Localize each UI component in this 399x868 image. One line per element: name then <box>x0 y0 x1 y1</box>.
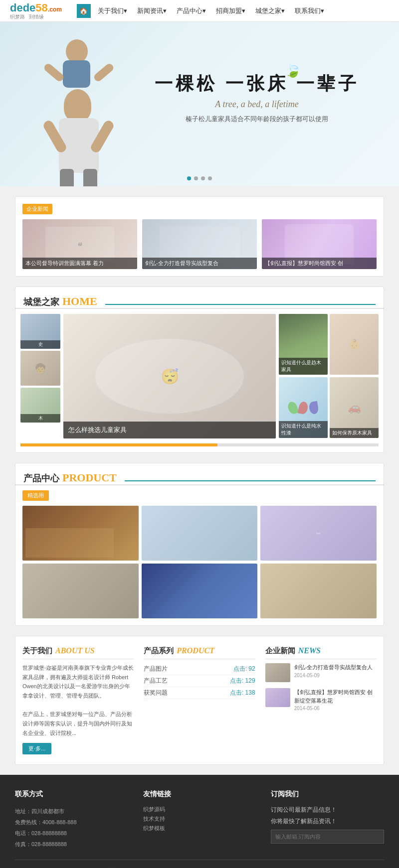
home-right-caption-3: 识知道什么是纯水性漆 <box>279 421 328 438</box>
footer-contact-col: 联系方式 地址：四川成都都市 免费热线：4008-888-888 电话：028-… <box>15 790 128 850</box>
home-left-item-1[interactable]: 史 <box>20 314 60 349</box>
product-title-line <box>125 480 376 481</box>
castle-home-title-en: HOME <box>62 295 97 308</box>
prod-item-name-1: 产品图片 <box>144 665 168 673</box>
hero-banner: 🍃 一棵松 一张床 一辈子 A tree, a bed, a lifetime … <box>0 22 399 186</box>
nav-item-join[interactable]: 招商加盟▾ <box>211 0 250 22</box>
footer-contact-hotline: 免费热线：4008-888-888 <box>15 817 128 828</box>
castle-home-section: 城堡之家 HOME 史 🧒 木 😴 怎么样挑选儿童家具 <box>15 287 384 453</box>
product-item-1[interactable] <box>22 506 139 561</box>
product-item-2[interactable] <box>142 506 258 561</box>
about-us-more-btn[interactable]: 更·多... <box>22 743 51 754</box>
product-center-section: 产品中心 PRODUCT 精选用 🛏 <box>15 463 384 626</box>
home-content-grid: 史 🧒 木 😴 怎么样挑选儿童家具 识知道什么是趋木家具 👶 <box>15 309 384 443</box>
prod-list-item-1[interactable]: 产品图片 点击: 92 <box>144 663 255 675</box>
footer-contact-fax: 传真：028-88888888 <box>15 839 128 850</box>
hero-illustration <box>10 29 170 184</box>
product-label: 精选用 <box>22 490 49 501</box>
hero-dot-3[interactable] <box>201 176 205 180</box>
product-series-title: 产品系列 PRODUCT <box>144 646 255 659</box>
enterprise-news-thumb-1 <box>265 663 290 682</box>
prod-list-item-3[interactable]: 获奖问题 点击: 138 <box>144 687 255 699</box>
home-right-item-2[interactable]: 👶 <box>330 314 379 375</box>
enterprise-news-item-2[interactable]: 【剑弘直报】慧罗时尚馆西安 创新绽空落幕生花 2014-05-06 <box>265 688 377 711</box>
prod-item-count-1: 点击: 92 <box>233 665 255 673</box>
footer-subscribe-title: 订阅我们 <box>271 790 384 799</box>
home-progress-bar[interactable] <box>20 443 379 446</box>
castle-home-title-bar: 城堡之家 HOME <box>15 287 384 309</box>
hero-text-block: 一棵松 一张床 一辈子 A tree, a bed, a lifetime 榛子… <box>155 72 359 124</box>
footer: 联系方式 地址：四川成都都市 免费热线：4008-888-888 电话：028-… <box>0 775 399 868</box>
footer-contact-address: 地址：四川成都都市 <box>15 806 128 817</box>
hero-dot-1[interactable] <box>187 176 191 180</box>
about-us-title: 关于我们 ABOUT US <box>22 646 134 659</box>
home-left-col: 史 🧒 木 <box>20 314 60 438</box>
home-left-item-2[interactable]: 🧒 <box>20 351 60 386</box>
home-right-item-4[interactable]: 🚗 如何保养原木家具 <box>330 377 379 438</box>
about-us-text: 世罗城堡·迩鉴是河南美泰旗下专业青少年成长家具品牌，拥有遍及大师提名设计师 Ro… <box>22 663 134 738</box>
footer-subscribe-text-1: 订阅公司最新产品信息！ <box>271 806 384 814</box>
enterprise-news-title: 企业新闻 NEWS <box>265 646 377 659</box>
about-us-title-zh: 关于我们 <box>22 646 52 656</box>
home-right-grid: 识知道什么是趋木家具 👶 识知道什么是纯水性漆 🚗 如何保养原木家具 <box>279 314 379 438</box>
enterprise-news-item-1-content: 剑弘-全力打造督导实战型复合人 2014-05-09 <box>294 663 373 682</box>
home-right-item-1[interactable]: 识知道什么是趋木家具 <box>279 314 328 375</box>
footer-links-title: 友情链接 <box>143 790 256 799</box>
footer-links-col: 友情链接 织梦源码 技术支持 织梦模板 <box>143 790 256 850</box>
footer-link-2[interactable]: 技术支持 <box>143 815 256 823</box>
news-card-caption-2: 剑弘-全力打造督导实战型复合 <box>142 258 257 269</box>
prod-item-count-2: 点击: 129 <box>230 677 255 685</box>
enterprise-news-item-1[interactable]: 剑弘-全力打造督导实战型复合人 2014-05-09 <box>265 663 377 682</box>
footer-link-1[interactable]: 织梦源码 <box>143 806 256 813</box>
home-right-item-3[interactable]: 识知道什么是纯水性漆 <box>279 377 328 438</box>
news-grid: 👨‍👩‍👧 本公司督导特训营圆满落幕 着力 剑弘-全力打造督导实战型复合 【剑弘… <box>15 219 384 276</box>
home-center-big[interactable]: 😴 怎么样挑选儿童家具 <box>63 314 276 438</box>
nav-item-product[interactable]: 产品中心▾ <box>172 0 211 22</box>
prod-item-name-3: 获奖问题 <box>144 689 168 697</box>
news-card-2[interactable]: 剑弘-全力打造督导实战型复合 <box>142 219 257 269</box>
hero-sub-text: 榛子松儿童家具适合不同年龄段的孩子都可以使用 <box>155 115 359 124</box>
footer-email-input[interactable] <box>271 830 384 844</box>
news-card-caption-3: 【剑弘直报】慧罗时尚馆西安 创 <box>262 258 377 269</box>
news-card-3[interactable]: 【剑弘直报】慧罗时尚馆西安 创 <box>262 219 377 269</box>
product-item-4[interactable] <box>22 564 139 618</box>
prod-list-item-2[interactable]: 产品工艺 点击: 129 <box>144 675 255 687</box>
product-grid: 🛏 <box>15 506 384 625</box>
news-card-1[interactable]: 👨‍👩‍👧 本公司督导特训营圆满落幕 着力 <box>22 219 137 269</box>
hero-main-text: 一棵松 一张床 一辈子 <box>155 72 359 96</box>
product-series-col: 产品系列 PRODUCT 产品图片 点击: 92 产品工艺 点击: 129 获奖… <box>144 646 255 754</box>
enterprise-news-item-1-date: 2014-05-09 <box>294 673 373 678</box>
logo[interactable]: dede58.com 织梦路 到情缘 <box>10 1 62 20</box>
enterprise-news-item-2-date: 2014-05-06 <box>294 706 377 711</box>
footer-link-3[interactable]: 织梦模板 <box>143 825 256 832</box>
product-series-title-zh: 产品系列 <box>144 646 174 656</box>
home-center-caption: 怎么样挑选儿童家具 <box>63 422 276 438</box>
home-left-label-1: 史 <box>20 340 60 349</box>
main-nav: 🏠 关于我们▾ 新闻资讯▾ 产品中心▾ 招商加盟▾ 城堡之家▾ 联系我们▾ <box>77 0 329 22</box>
hero-dot-2[interactable] <box>194 176 198 180</box>
home-left-item-3[interactable]: 木 <box>20 388 60 423</box>
home-right-caption-1: 识知道什么是趋木家具 <box>279 358 328 375</box>
castle-home-title-zh: 城堡之家 <box>23 296 59 308</box>
nav-item-news[interactable]: 新闻资讯▾ <box>132 0 172 22</box>
nav-home-icon[interactable]: 🏠 <box>77 4 91 18</box>
hero-en-text: A tree, a bed, a lifetime <box>155 99 359 110</box>
enterprise-news-col: 企业新闻 NEWS 剑弘-全力打造督导实战型复合人 2014-05-09 【剑弘… <box>265 646 377 754</box>
nav-item-castle[interactable]: 城堡之家▾ <box>250 0 290 22</box>
info-row: 关于我们 ABOUT US 世罗城堡·迩鉴是河南美泰旗下专业青少年成长家具品牌，… <box>15 636 384 765</box>
enterprise-news-title-zh: 企业新闻 <box>265 646 295 656</box>
footer-contact-phone: 电话：028-88888888 <box>15 828 128 839</box>
nav-item-contact[interactable]: 联系我们▾ <box>290 0 329 22</box>
product-item-5[interactable] <box>142 564 258 618</box>
logo-text: dede58.com <box>10 1 62 14</box>
nav-item-about[interactable]: 关于我们▾ <box>93 0 132 22</box>
product-item-6[interactable] <box>260 564 377 618</box>
enterprise-news-item-2-content: 【剑弘直报】慧罗时尚馆西安 创新绽空落幕生花 2014-05-06 <box>294 688 377 711</box>
footer-input-row <box>271 830 384 844</box>
product-item-3[interactable]: 🛏 <box>260 506 377 561</box>
hero-dots <box>187 176 212 180</box>
about-us-col: 关于我们 ABOUT US 世罗城堡·迩鉴是河南美泰旗下专业青少年成长家具品牌，… <box>22 646 134 754</box>
hero-dot-4[interactable] <box>208 176 212 180</box>
about-us-title-en: ABOUT US <box>55 646 95 655</box>
product-title-zh: 产品中心 <box>23 472 59 484</box>
